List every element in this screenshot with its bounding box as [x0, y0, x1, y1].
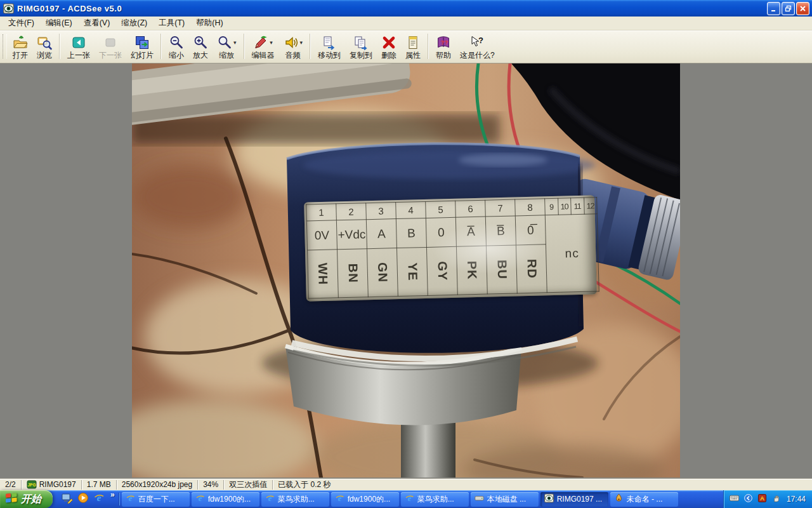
- toolbar-button-14[interactable]: 移动到: [313, 32, 345, 61]
- task-button-3[interactable]: efdw1900的...: [331, 492, 399, 507]
- editor-icon: [253, 35, 268, 50]
- toolbar-button-label: 帮助: [436, 51, 451, 60]
- image-viewer-canvas: 1234567891011120V+VdcAB0A̅B̅0̅ncWHBNGNYE…: [0, 64, 812, 478]
- toolbar-button-20[interactable]: ? 这是什么?: [455, 32, 499, 61]
- status-segment-4: 34%: [197, 480, 223, 490]
- toolbar-button-label: 下一张: [99, 51, 122, 60]
- menu-item-0[interactable]: 文件(F): [3, 16, 40, 30]
- windows-flag-icon: [5, 492, 18, 506]
- pin-number-cell: 11: [571, 197, 584, 214]
- zoom-icon: [217, 35, 232, 50]
- svg-text:?: ?: [445, 39, 449, 46]
- task-button-2[interactable]: e菜鸟求助...: [261, 492, 329, 507]
- pin-number-cell: 6: [455, 200, 486, 217]
- window-title: RIMG0197 - ACDSee v5.0: [17, 4, 766, 13]
- toolbar-button-8[interactable]: 放大: [188, 32, 213, 61]
- toolbar: 打开 浏览 上一张 下一张 幻灯片 缩小 放大 ▾ 缩放 ▾ 编辑器 ▾ 音频 …: [0, 30, 812, 64]
- toolbar-separator: [59, 34, 60, 59]
- toolbar-separator: [428, 34, 429, 59]
- media-player-icon: [77, 492, 89, 506]
- svg-text:e: e: [128, 494, 132, 503]
- pin-number-cell: 1: [306, 204, 337, 221]
- signal-cell: +Vdc: [336, 220, 367, 250]
- toolbar-button-15[interactable]: 复制到: [345, 32, 377, 61]
- svg-text:A: A: [760, 495, 764, 502]
- tray-chevron-left-icon[interactable]: [743, 495, 754, 504]
- task-button-4[interactable]: e菜鸟求助...: [401, 492, 469, 507]
- task-button-5[interactable]: 本地磁盘 ...: [471, 492, 539, 507]
- untitled-doc-icon: [614, 493, 624, 505]
- toolbar-button-label: 音频: [285, 51, 301, 60]
- toolbar-button-16[interactable]: 删除: [377, 32, 401, 61]
- dropdown-caret-icon[interactable]: ▾: [270, 39, 273, 46]
- svg-text:e: e: [337, 494, 341, 503]
- toolbar-button-1[interactable]: 浏览: [32, 32, 56, 61]
- pin-number-cell: 4: [396, 201, 426, 218]
- quick-launch-ie-icon[interactable]: e: [92, 492, 106, 506]
- signal-cell: A: [366, 219, 396, 249]
- wire-color-cell: BN: [337, 249, 368, 298]
- drive-icon: [475, 493, 484, 505]
- toolbar-button-3[interactable]: 上一张: [63, 32, 95, 61]
- properties-icon: [405, 35, 421, 50]
- move-to-icon: [322, 35, 337, 50]
- wire-color-cell: GY: [426, 246, 457, 295]
- toolbar-button-7[interactable]: 缩小: [164, 32, 188, 61]
- quick-launch-media-player-icon[interactable]: [76, 492, 90, 506]
- toolbar-button-5[interactable]: 幻灯片: [126, 32, 158, 61]
- toolbar-button-12[interactable]: ▾ 音频: [279, 32, 308, 61]
- dropdown-caret-icon[interactable]: ▾: [300, 39, 303, 46]
- photo-rimg0197: 1234567891011120V+VdcAB0A̅B̅0̅ncWHBNGNYE…: [132, 64, 680, 478]
- status-segment-6: 已载入于 0.2 秒: [272, 480, 336, 490]
- task-button-1[interactable]: efdw1900的...: [192, 492, 259, 507]
- toolbar-drag-handle[interactable]: [3, 34, 7, 58]
- tray-language-icon[interactable]: A: [757, 495, 768, 504]
- toolbar-button-17[interactable]: 属性: [401, 32, 425, 61]
- menu-item-3[interactable]: 缩放(Z): [115, 16, 153, 30]
- close-button[interactable]: [796, 2, 809, 15]
- ie-icon: e: [195, 493, 205, 505]
- toolbar-button-11[interactable]: ▾ 编辑器: [247, 32, 279, 61]
- toolbar-button-label: 复制到: [350, 51, 372, 60]
- toolbar-button-label: 编辑器: [252, 51, 275, 60]
- browse-icon: [37, 35, 52, 50]
- signal-cell: 0: [426, 217, 456, 247]
- signal-cell: A̅: [455, 217, 486, 246]
- quick-launch-overflow-chevron[interactable]: »: [108, 490, 117, 508]
- task-button-label: RIMG0197 ...: [557, 495, 602, 504]
- status-segment-2: 1.7 MB: [81, 480, 116, 490]
- toolbar-button-9[interactable]: ▾ 缩放: [213, 32, 241, 61]
- taskbar-separator: [119, 493, 120, 505]
- wire-color-cell: RD: [516, 244, 547, 293]
- task-button-0[interactable]: e百度一下...: [122, 492, 190, 507]
- tray-handwriting-icon[interactable]: [771, 495, 782, 504]
- dropdown-caret-icon[interactable]: ▾: [233, 39, 237, 46]
- menu-item-5[interactable]: 帮助(H): [190, 16, 228, 30]
- task-button-label: fdw1900的...: [348, 494, 390, 505]
- minimize-button[interactable]: [767, 2, 780, 15]
- task-button-6[interactable]: RIMG0197 ...: [540, 492, 608, 507]
- tray-keyboard-icon[interactable]: [729, 495, 740, 504]
- status-segment-3: 2560x1920x24b jpeg: [116, 480, 197, 490]
- wire-color-cell: PK: [456, 246, 487, 295]
- start-button[interactable]: 开始: [0, 490, 53, 508]
- taskbar: 开始 e » e百度一下...efdw1900的...e菜鸟求助...efdw1…: [0, 490, 812, 508]
- menu-item-4[interactable]: 工具(T): [153, 16, 190, 30]
- task-button-7[interactable]: 未命名 - ...: [610, 492, 678, 507]
- menu-item-2[interactable]: 查看(V): [78, 16, 116, 30]
- toolbar-button-0[interactable]: 打开: [8, 32, 32, 61]
- toolbar-button-19[interactable]: ?? 帮助: [431, 32, 455, 61]
- quick-launch-show-desktop-icon[interactable]: [60, 492, 74, 506]
- pin-number-cell: 7: [485, 199, 516, 217]
- pin-number-cell: 10: [558, 198, 571, 215]
- menu-item-1[interactable]: 编辑(E): [40, 16, 78, 30]
- wire-color-cell: BU: [486, 245, 517, 294]
- task-button-label: 菜鸟求助...: [417, 494, 454, 505]
- toolbar-separator: [310, 34, 311, 59]
- toolbar-button-label: 放大: [193, 51, 208, 60]
- next-icon: [103, 35, 118, 50]
- status-bar: 2/2JPGRIMG01971.7 MB2560x1920x24b jpeg34…: [0, 478, 812, 490]
- signal-cell: B̅: [485, 216, 516, 246]
- task-button-label: 百度一下...: [138, 494, 175, 505]
- restore-button[interactable]: [782, 2, 795, 15]
